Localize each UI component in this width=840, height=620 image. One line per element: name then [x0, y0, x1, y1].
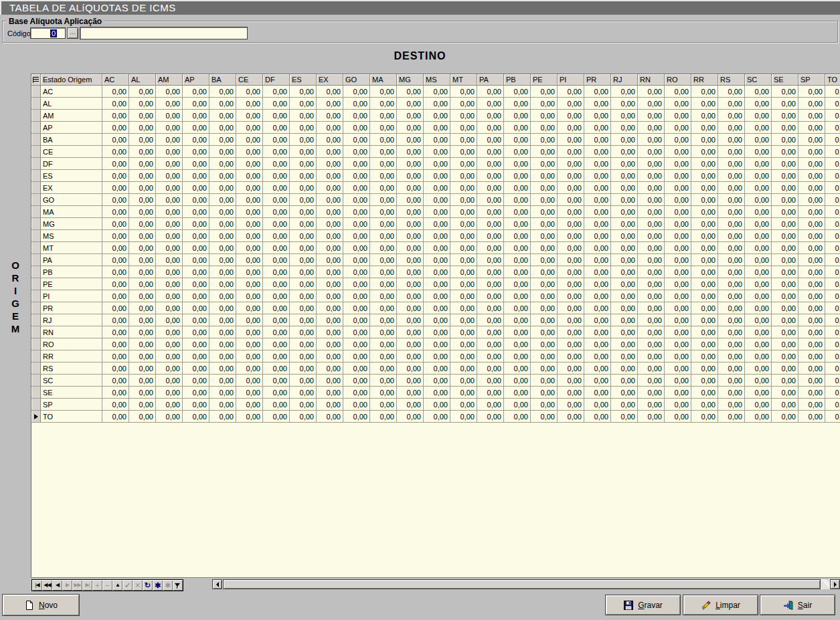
rate-cell[interactable]: 0,00	[558, 350, 584, 363]
rate-cell[interactable]: 0,00	[665, 242, 691, 254]
rate-cell[interactable]: 0,00	[504, 98, 531, 110]
rate-cell[interactable]: 0,00	[317, 182, 343, 194]
rate-cell[interactable]: 0,00	[236, 254, 263, 266]
rate-cell[interactable]: 0,00	[638, 350, 665, 363]
rate-cell[interactable]: 0,00	[477, 230, 504, 242]
rate-cell[interactable]: 0,00	[718, 375, 745, 387]
rate-cell[interactable]: 0,00	[450, 110, 477, 122]
rate-cell[interactable]: 0,00	[772, 387, 799, 399]
rate-cell[interactable]: 0,00	[424, 242, 450, 254]
codigo-lookup-button[interactable]: ...	[67, 27, 78, 39]
rate-cell[interactable]: 0,00	[236, 110, 263, 122]
rate-cell[interactable]: 0,00	[772, 158, 799, 170]
rate-cell[interactable]: 0,00	[799, 338, 825, 350]
rate-cell[interactable]: 0,00	[370, 242, 397, 254]
rate-cell[interactable]: 0,00	[236, 242, 263, 254]
rate-cell[interactable]: 0,00	[611, 399, 638, 411]
rate-cell[interactable]: 0,00	[183, 326, 209, 338]
rate-cell[interactable]: 0,00	[584, 363, 611, 375]
rate-cell[interactable]: 0,00	[129, 134, 156, 146]
rate-cell[interactable]: 0,00	[799, 158, 825, 170]
rate-cell[interactable]: 0,00	[718, 314, 745, 326]
rate-cell[interactable]: 0,00	[129, 122, 156, 134]
rate-cell[interactable]: 0,00	[799, 290, 825, 302]
descricao-input[interactable]	[80, 27, 248, 39]
rate-cell[interactable]: 0,00	[183, 278, 209, 290]
rate-cell[interactable]: 0,00	[691, 146, 718, 158]
rate-cell[interactable]: 0,00	[102, 122, 129, 134]
rate-cell[interactable]: 0,00	[424, 278, 450, 290]
rate-cell[interactable]: 0,00	[665, 326, 691, 338]
rate-cell[interactable]: 0,00	[665, 122, 691, 134]
rate-cell[interactable]: 0,00	[424, 350, 450, 363]
rate-cell[interactable]: 0,00	[263, 110, 290, 122]
rate-cell[interactable]: 0,00	[129, 230, 156, 242]
rate-cell[interactable]: 0,00	[397, 314, 424, 326]
rate-cell[interactable]: 0,00	[102, 411, 129, 423]
rate-cell[interactable]: 0,00	[691, 326, 718, 338]
rate-cell[interactable]: 0,00	[638, 326, 665, 338]
rate-cell[interactable]: 0,00	[236, 182, 263, 194]
rate-cell[interactable]: 0,00	[745, 278, 772, 290]
rate-cell[interactable]: 0,00	[424, 387, 450, 399]
rate-cell[interactable]: 0,00	[183, 314, 209, 326]
rate-cell[interactable]: 0,00	[584, 375, 611, 387]
rate-cell[interactable]: 0,00	[825, 302, 840, 314]
rate-cell[interactable]: 0,00	[584, 350, 611, 363]
rate-cell[interactable]: 0,00	[236, 314, 263, 326]
rate-cell[interactable]: 0,00	[317, 86, 343, 98]
rate-cell[interactable]: 0,00	[611, 182, 638, 194]
rate-cell[interactable]: 0,00	[450, 387, 477, 399]
rate-cell[interactable]: 0,00	[799, 98, 825, 110]
rate-cell[interactable]: 0,00	[370, 110, 397, 122]
rate-cell[interactable]: 0,00	[209, 122, 236, 134]
rate-cell[interactable]: 0,00	[450, 146, 477, 158]
rate-cell[interactable]: 0,00	[397, 290, 424, 302]
rate-cell[interactable]: 0,00	[129, 182, 156, 194]
rate-cell[interactable]: 0,00	[183, 290, 209, 302]
rate-cell[interactable]: 0,00	[504, 314, 531, 326]
origin-state-cell[interactable]: AP	[41, 122, 102, 134]
rate-cell[interactable]: 0,00	[397, 242, 424, 254]
rate-cell[interactable]: 0,00	[745, 158, 772, 170]
rate-cell[interactable]: 0,00	[450, 98, 477, 110]
rate-cell[interactable]: 0,00	[477, 254, 504, 266]
rate-cell[interactable]: 0,00	[718, 86, 745, 98]
rate-cell[interactable]: 0,00	[611, 387, 638, 399]
rate-cell[interactable]: 0,00	[504, 338, 531, 350]
rate-cell[interactable]: 0,00	[209, 158, 236, 170]
rate-cell[interactable]: 0,00	[156, 194, 183, 206]
rate-cell[interactable]: 0,00	[477, 158, 504, 170]
rate-cell[interactable]: 0,00	[209, 242, 236, 254]
rate-cell[interactable]: 0,00	[718, 134, 745, 146]
rate-cell[interactable]: 0,00	[611, 134, 638, 146]
rate-cell[interactable]: 0,00	[799, 399, 825, 411]
rate-cell[interactable]: 0,00	[799, 242, 825, 254]
rate-cell[interactable]: 0,00	[638, 122, 665, 134]
rate-cell[interactable]: 0,00	[102, 326, 129, 338]
rate-cell[interactable]: 0,00	[825, 230, 840, 242]
rate-cell[interactable]: 0,00	[745, 350, 772, 363]
rate-cell[interactable]: 0,00	[799, 363, 825, 375]
rate-cell[interactable]: 0,00	[665, 290, 691, 302]
rate-cell[interactable]: 0,00	[638, 338, 665, 350]
rate-cell[interactable]: 0,00	[317, 399, 343, 411]
rate-cell[interactable]: 0,00	[691, 302, 718, 314]
rate-cell[interactable]: 0,00	[397, 122, 424, 134]
rate-cell[interactable]: 0,00	[343, 230, 370, 242]
origin-state-cell[interactable]: PE	[41, 278, 102, 290]
rate-cell[interactable]: 0,00	[370, 134, 397, 146]
rate-cell[interactable]: 0,00	[156, 387, 183, 399]
rate-cell[interactable]: 0,00	[504, 411, 531, 423]
rate-cell[interactable]: 0,00	[450, 302, 477, 314]
rate-cell[interactable]: 0,00	[665, 134, 691, 146]
rate-cell[interactable]: 0,00	[236, 399, 263, 411]
rate-cell[interactable]: 0,00	[745, 86, 772, 98]
rate-cell[interactable]: 0,00	[799, 218, 825, 230]
rate-cell[interactable]: 0,00	[209, 98, 236, 110]
rate-cell[interactable]: 0,00	[209, 278, 236, 290]
origin-state-cell[interactable]: SC	[41, 375, 102, 387]
rate-cell[interactable]: 0,00	[745, 290, 772, 302]
rate-cell[interactable]: 0,00	[558, 302, 584, 314]
rate-cell[interactable]: 0,00	[638, 146, 665, 158]
